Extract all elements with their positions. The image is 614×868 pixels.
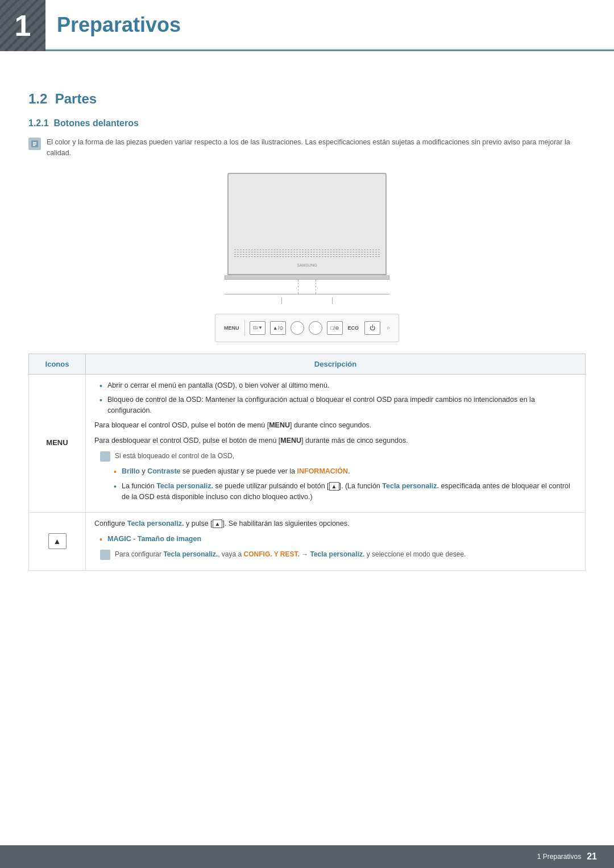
chapter-title: Preparativos [57,13,181,37]
footer-text: 1 Preparativos 21 [537,852,597,862]
monitor-illustration: SAMSUNG MENU ⊡ [28,173,586,342]
inner-list-item-2: La función Tecla personaliz. se puede ut… [111,481,576,503]
table-row: MENU Abrir o cerrar el menú en pantalla … [29,374,586,512]
menu-desc-para-2: Para desbloquear el control OSD, pulse e… [94,435,576,446]
page-footer: 1 Preparativos 21 [0,845,614,868]
btn-icon-up: ▲/⊙ [270,321,286,335]
inner-note-text-2: Para configurar Tecla personaliz., vaya … [115,549,466,559]
note-svg-icon [31,140,39,148]
monitor-wrapper: SAMSUNG [225,173,389,305]
main-content: 1.2 Partes 1.2.1 Botones delanteros El c… [0,74,614,616]
page-header: 1 Preparativos [0,0,614,51]
desc-cell-menu: Abrir o cerrar el menú en pantalla (OSD)… [86,374,586,512]
monitor-bottom-bar [225,275,389,280]
menu-icon-label: MENU [46,438,68,447]
upbtn-desc-para-1: Configure Tecla personaliz. y pulse [▲].… [94,518,576,529]
top-note-box: El color y la forma de las piezas pueden… [28,137,586,159]
up-arrow-button-icon: ▲ [48,533,67,549]
desc-cell-upbtn: Configure Tecla personaliz. y pulse [▲].… [86,512,586,571]
inner-note-1: Si está bloqueado el control de la OSD, [94,451,576,462]
menu-desc-item-1: Abrir o cerrar el menú en pantalla (OSD)… [97,380,576,391]
button-row-illustration: MENU ⊡/▼ ▲/⊙ □/⊕ ECO ⏻ ○ [215,314,399,342]
btn-dot: ○ [387,325,390,331]
icon-cell-upbtn: ▲ [29,512,86,571]
col-icons-header: Iconos [29,354,86,374]
inner-note-icon-1 [100,451,110,462]
icon-cell-menu: MENU [29,374,86,512]
table-header-row: Iconos Descripción [29,354,586,374]
note-icon [28,138,41,150]
btn-icon-circle1 [291,321,304,335]
top-note-text: El color y la forma de las piezas pueden… [47,137,586,159]
upbtn-list-item-1: MAGIC - Tamaño de imagen [97,534,576,545]
btn-icon-circle2 [309,321,322,335]
inner-note-text-1: Si está bloqueado el control de la OSD, [115,451,234,461]
btn-icon-mplus: ⊡/▼ [250,321,265,335]
col-desc-header: Descripción [86,354,586,374]
table-row: ▲ Configure Tecla personaliz. y pulse [▲… [29,512,586,571]
chapter-number-block: 1 [0,0,45,51]
eco-label: ECO [347,325,359,331]
inner-note-2: Para configurar Tecla personaliz., vaya … [94,549,576,560]
monitor-container: SAMSUNG [28,173,586,305]
menu-desc-para-1: Para bloquear el control OSD, pulse el b… [94,420,576,431]
inner-list: Brillo y Contraste se pueden ajustar y s… [94,466,576,502]
menu-desc-item-2: Bloqueo de control de la OSD: Mantener l… [97,394,576,417]
monitor-brand-label: SAMSUNG [297,263,317,267]
subsection-heading: 1.2.1 Botones delanteros [28,118,586,128]
menu-desc-list: Abrir o cerrar el menú en pantalla (OSD)… [94,380,576,417]
inner-list-item-1: Brillo y Contraste se pueden ajustar y s… [111,466,576,477]
chapter-title-block: Preparativos [45,0,614,51]
upbtn-desc-list: MAGIC - Tamaño de imagen [94,534,576,545]
icons-table: Iconos Descripción MENU Abrir o cerrar e… [28,354,586,571]
btn-divider-1 [244,320,245,336]
footer-page-number: 21 [587,852,597,862]
monitor-screen: SAMSUNG [227,173,387,275]
inner-note-icon-2 [100,550,110,560]
btn-icon-power: ⏻ [364,321,380,335]
chapter-number: 1 [15,11,31,40]
btn-icon-square3: □/⊕ [327,321,343,335]
section-heading: 1.2 Partes [28,91,586,107]
footer-chapter: 1 Preparativos [537,853,581,861]
menu-label: MENU [224,325,239,331]
